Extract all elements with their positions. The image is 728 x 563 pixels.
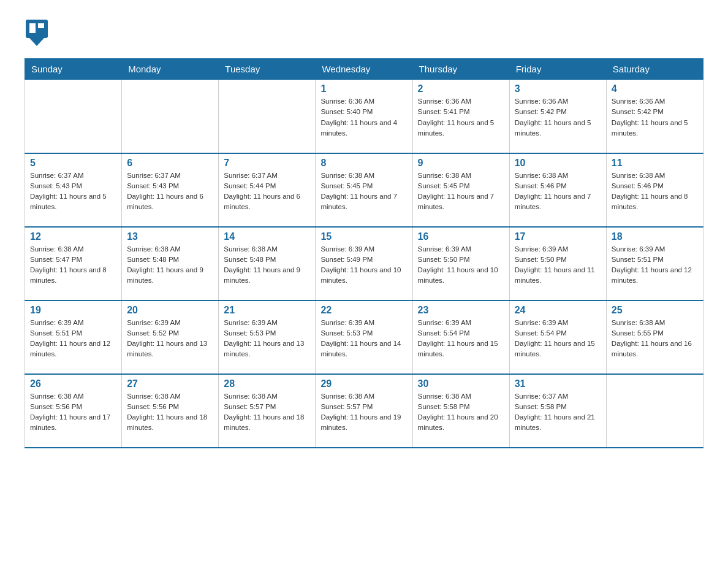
day-number: 25 [612, 305, 698, 316]
calendar-cell: 16Sunrise: 6:39 AMSunset: 5:50 PMDayligh… [412, 227, 509, 301]
calendar-cell: 23Sunrise: 6:39 AMSunset: 5:54 PMDayligh… [412, 301, 509, 374]
day-number: 2 [418, 83, 504, 94]
day-number: 23 [418, 305, 504, 316]
calendar-cell: 14Sunrise: 6:38 AMSunset: 5:48 PMDayligh… [219, 227, 316, 301]
day-info: Sunrise: 6:38 AMSunset: 5:46 PMDaylight:… [612, 170, 698, 213]
calendar-cell: 6Sunrise: 6:37 AMSunset: 5:43 PMDaylight… [122, 153, 219, 227]
svg-rect-2 [29, 23, 36, 33]
day-info: Sunrise: 6:38 AMSunset: 5:45 PMDaylight:… [418, 170, 504, 213]
calendar-cell: 9Sunrise: 6:38 AMSunset: 5:45 PMDaylight… [412, 153, 509, 227]
day-number: 15 [320, 231, 407, 242]
calendar-cell: 7Sunrise: 6:37 AMSunset: 5:44 PMDaylight… [219, 153, 316, 227]
calendar-cell: 27Sunrise: 6:38 AMSunset: 5:56 PMDayligh… [122, 374, 219, 448]
calendar-cell: 4Sunrise: 6:36 AMSunset: 5:42 PMDaylight… [606, 80, 703, 153]
svg-rect-3 [38, 23, 44, 28]
day-info: Sunrise: 6:39 AMSunset: 5:49 PMDaylight:… [320, 244, 407, 286]
calendar-cell: 10Sunrise: 6:38 AMSunset: 5:46 PMDayligh… [509, 153, 606, 227]
calendar-cell: 22Sunrise: 6:39 AMSunset: 5:53 PMDayligh… [316, 301, 412, 374]
svg-rect-0 [26, 20, 48, 38]
day-number: 1 [320, 83, 407, 94]
day-info: Sunrise: 6:38 AMSunset: 5:48 PMDaylight:… [127, 244, 213, 286]
day-info: Sunrise: 6:39 AMSunset: 5:53 PMDaylight:… [320, 318, 407, 360]
header-row: SundayMondayTuesdayWednesdayThursdayFrid… [25, 59, 703, 80]
day-number: 14 [224, 231, 310, 242]
day-number: 29 [320, 378, 407, 389]
page-header [25, 18, 703, 48]
day-info: Sunrise: 6:39 AMSunset: 5:53 PMDaylight:… [224, 318, 310, 360]
calendar-body: 1Sunrise: 6:36 AMSunset: 5:40 PMDaylight… [25, 80, 703, 448]
calendar-cell [25, 80, 122, 153]
calendar-cell: 2Sunrise: 6:36 AMSunset: 5:41 PMDaylight… [412, 80, 509, 153]
calendar-cell [122, 80, 219, 153]
week-row-1: 1Sunrise: 6:36 AMSunset: 5:40 PMDaylight… [25, 80, 703, 153]
day-info: Sunrise: 6:39 AMSunset: 5:54 PMDaylight:… [418, 318, 504, 360]
day-info: Sunrise: 6:36 AMSunset: 5:42 PMDaylight:… [515, 96, 601, 139]
calendar-cell: 1Sunrise: 6:36 AMSunset: 5:40 PMDaylight… [316, 80, 412, 153]
day-number: 30 [418, 378, 504, 389]
day-info: Sunrise: 6:37 AMSunset: 5:44 PMDaylight:… [224, 170, 310, 213]
day-number: 28 [224, 378, 310, 389]
day-number: 24 [515, 305, 601, 316]
day-info: Sunrise: 6:38 AMSunset: 5:57 PMDaylight:… [320, 391, 407, 434]
day-number: 5 [30, 158, 116, 169]
day-number: 11 [612, 158, 698, 169]
calendar-cell: 20Sunrise: 6:39 AMSunset: 5:52 PMDayligh… [122, 301, 219, 374]
day-number: 8 [320, 158, 407, 169]
day-info: Sunrise: 6:39 AMSunset: 5:51 PMDaylight:… [30, 318, 116, 360]
week-row-2: 5Sunrise: 6:37 AMSunset: 5:43 PMDaylight… [25, 153, 703, 227]
header-day-sunday: Sunday [25, 59, 122, 80]
calendar-cell [606, 374, 703, 448]
day-number: 26 [30, 378, 116, 389]
calendar-cell: 8Sunrise: 6:38 AMSunset: 5:45 PMDaylight… [316, 153, 412, 227]
day-number: 21 [224, 305, 310, 316]
day-info: Sunrise: 6:38 AMSunset: 5:47 PMDaylight:… [30, 244, 116, 286]
header-day-tuesday: Tuesday [219, 59, 316, 80]
day-info: Sunrise: 6:39 AMSunset: 5:50 PMDaylight:… [515, 244, 601, 286]
day-number: 18 [612, 231, 698, 242]
calendar-cell: 18Sunrise: 6:39 AMSunset: 5:51 PMDayligh… [606, 227, 703, 301]
day-info: Sunrise: 6:38 AMSunset: 5:56 PMDaylight:… [30, 391, 116, 434]
calendar-cell: 30Sunrise: 6:38 AMSunset: 5:58 PMDayligh… [412, 374, 509, 448]
logo-icon [25, 18, 49, 48]
calendar-header: SundayMondayTuesdayWednesdayThursdayFrid… [25, 59, 703, 80]
header-day-wednesday: Wednesday [316, 59, 412, 80]
calendar-cell: 17Sunrise: 6:39 AMSunset: 5:50 PMDayligh… [509, 227, 606, 301]
calendar-cell: 29Sunrise: 6:38 AMSunset: 5:57 PMDayligh… [316, 374, 412, 448]
day-info: Sunrise: 6:38 AMSunset: 5:48 PMDaylight:… [224, 244, 310, 286]
day-number: 9 [418, 158, 504, 169]
calendar-cell: 25Sunrise: 6:38 AMSunset: 5:55 PMDayligh… [606, 301, 703, 374]
calendar-cell: 3Sunrise: 6:36 AMSunset: 5:42 PMDaylight… [509, 80, 606, 153]
calendar-cell: 5Sunrise: 6:37 AMSunset: 5:43 PMDaylight… [25, 153, 122, 227]
day-info: Sunrise: 6:36 AMSunset: 5:40 PMDaylight:… [320, 96, 407, 139]
day-number: 22 [320, 305, 407, 316]
svg-marker-1 [29, 38, 44, 46]
calendar-cell: 26Sunrise: 6:38 AMSunset: 5:56 PMDayligh… [25, 374, 122, 448]
day-info: Sunrise: 6:38 AMSunset: 5:55 PMDaylight:… [612, 318, 698, 360]
week-row-5: 26Sunrise: 6:38 AMSunset: 5:56 PMDayligh… [25, 374, 703, 448]
week-row-4: 19Sunrise: 6:39 AMSunset: 5:51 PMDayligh… [25, 301, 703, 374]
calendar-cell: 12Sunrise: 6:38 AMSunset: 5:47 PMDayligh… [25, 227, 122, 301]
day-info: Sunrise: 6:39 AMSunset: 5:52 PMDaylight:… [127, 318, 213, 360]
calendar-cell: 31Sunrise: 6:37 AMSunset: 5:58 PMDayligh… [509, 374, 606, 448]
day-info: Sunrise: 6:37 AMSunset: 5:58 PMDaylight:… [515, 391, 601, 434]
day-info: Sunrise: 6:37 AMSunset: 5:43 PMDaylight:… [127, 170, 213, 213]
calendar-cell: 11Sunrise: 6:38 AMSunset: 5:46 PMDayligh… [606, 153, 703, 227]
day-info: Sunrise: 6:37 AMSunset: 5:43 PMDaylight:… [30, 170, 116, 213]
day-number: 6 [127, 158, 213, 169]
day-info: Sunrise: 6:39 AMSunset: 5:54 PMDaylight:… [515, 318, 601, 360]
header-day-saturday: Saturday [606, 59, 703, 80]
day-number: 12 [30, 231, 116, 242]
day-number: 27 [127, 378, 213, 389]
calendar-cell: 21Sunrise: 6:39 AMSunset: 5:53 PMDayligh… [219, 301, 316, 374]
calendar-cell: 13Sunrise: 6:38 AMSunset: 5:48 PMDayligh… [122, 227, 219, 301]
day-number: 7 [224, 158, 310, 169]
header-day-monday: Monday [122, 59, 219, 80]
day-number: 17 [515, 231, 601, 242]
day-info: Sunrise: 6:39 AMSunset: 5:50 PMDaylight:… [418, 244, 504, 286]
calendar-cell: 15Sunrise: 6:39 AMSunset: 5:49 PMDayligh… [316, 227, 412, 301]
calendar-cell: 28Sunrise: 6:38 AMSunset: 5:57 PMDayligh… [219, 374, 316, 448]
day-number: 4 [612, 83, 698, 94]
day-number: 3 [515, 83, 601, 94]
calendar-cell: 24Sunrise: 6:39 AMSunset: 5:54 PMDayligh… [509, 301, 606, 374]
day-info: Sunrise: 6:39 AMSunset: 5:51 PMDaylight:… [612, 244, 698, 286]
